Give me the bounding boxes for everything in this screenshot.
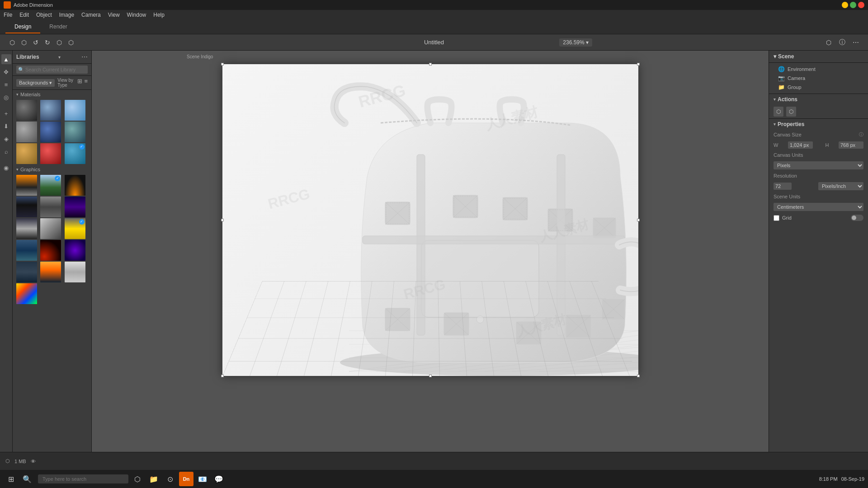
list-item[interactable] bbox=[40, 143, 61, 164]
maximize-button[interactable] bbox=[850, 2, 856, 8]
properties-header[interactable]: ▾ Properties bbox=[769, 119, 868, 130]
list-item[interactable] bbox=[65, 240, 85, 261]
zoom-control[interactable]: 236.59% ▾ bbox=[559, 38, 592, 47]
grid-view-icon[interactable]: ⊞ bbox=[77, 78, 82, 88]
design-canvas[interactable]: RRCG 人人素材 RRCG 人人素材 RRCG 人人素材 bbox=[222, 64, 638, 376]
share-icon[interactable]: ⬡ bbox=[824, 38, 834, 47]
menu-edit[interactable]: Edit bbox=[19, 12, 29, 18]
handle-left[interactable] bbox=[221, 219, 224, 221]
move-tool[interactable]: ✥ bbox=[1, 67, 11, 77]
scene-collapse-icon[interactable]: ▾ bbox=[774, 53, 776, 60]
list-item[interactable] bbox=[16, 122, 37, 142]
list-item[interactable] bbox=[16, 218, 37, 239]
scene-units-select[interactable]: Centimeters Inches Millimeters Meters bbox=[774, 203, 863, 211]
handle-right[interactable] bbox=[637, 219, 640, 221]
eye-icon[interactable]: 👁 bbox=[31, 459, 36, 464]
list-item[interactable] bbox=[65, 218, 85, 239]
zoom-tool[interactable]: ⌕ bbox=[1, 146, 11, 156]
add-object-tool[interactable]: + bbox=[1, 108, 11, 118]
info-icon[interactable]: ⓘ bbox=[837, 38, 847, 47]
list-item[interactable] bbox=[65, 175, 85, 196]
height-input[interactable] bbox=[839, 141, 863, 149]
menu-file[interactable]: File bbox=[4, 12, 12, 18]
layers-icon[interactable]: ⬡ bbox=[5, 458, 10, 464]
menu-image[interactable]: Image bbox=[59, 12, 74, 18]
list-item[interactable] bbox=[16, 175, 37, 196]
start-button[interactable]: ⊞ bbox=[4, 472, 18, 486]
toolbar-icon-1[interactable]: ⬡ bbox=[7, 38, 17, 47]
handle-top-right[interactable] bbox=[637, 63, 640, 66]
handle-bottom[interactable] bbox=[429, 375, 432, 377]
paint-tool[interactable]: ◈ bbox=[1, 134, 11, 144]
list-item[interactable] bbox=[16, 262, 37, 282]
list-tool[interactable]: ≡ bbox=[1, 80, 11, 89]
snap-tool[interactable]: ◉ bbox=[1, 163, 11, 173]
grid-toggle[interactable] bbox=[851, 215, 863, 221]
list-item[interactable] bbox=[40, 175, 61, 196]
minimize-button[interactable] bbox=[842, 2, 848, 8]
canvas-area[interactable]: Scene Indigo RRCG 人人素材 RRCG 人人素材 RRCG 人人… bbox=[92, 51, 769, 452]
handle-top-left[interactable] bbox=[221, 63, 224, 66]
list-item[interactable] bbox=[40, 240, 61, 261]
list-item[interactable] bbox=[16, 143, 37, 164]
materials-section-header[interactable]: ▾ Materials bbox=[13, 90, 91, 99]
list-item[interactable] bbox=[16, 197, 37, 217]
chrome-button[interactable]: ⊙ bbox=[163, 472, 177, 486]
list-view-icon[interactable]: ≡ bbox=[84, 78, 88, 88]
scene-item-environment[interactable]: 🌐 Environment bbox=[769, 65, 868, 74]
resolution-unit-select[interactable]: Pixels/Inch Pixels/Centimeter bbox=[818, 182, 863, 190]
camera-orbit-tool[interactable]: ◎ bbox=[1, 92, 11, 102]
list-item[interactable] bbox=[40, 197, 61, 217]
menu-object[interactable]: Object bbox=[36, 12, 52, 18]
menu-help[interactable]: Help bbox=[153, 12, 165, 18]
list-item[interactable] bbox=[16, 283, 37, 304]
toolbar-icon-6[interactable]: ⬡ bbox=[66, 38, 76, 47]
menu-window[interactable]: Window bbox=[127, 12, 146, 18]
app-icon-2[interactable]: 📧 bbox=[195, 472, 210, 486]
list-item[interactable] bbox=[40, 218, 61, 239]
more-icon[interactable]: ⋯ bbox=[851, 38, 861, 47]
libraries-more[interactable]: ⋯ bbox=[81, 53, 88, 61]
scene-item-camera[interactable]: 📷 Camera bbox=[769, 74, 868, 83]
canvas-size-info[interactable]: ⓘ bbox=[859, 131, 863, 138]
list-item[interactable] bbox=[65, 122, 85, 142]
select-tool[interactable]: ▲ bbox=[1, 54, 11, 64]
list-item[interactable] bbox=[40, 262, 61, 282]
toolbar-icon-3[interactable]: ↺ bbox=[31, 38, 41, 47]
menu-view[interactable]: View bbox=[108, 12, 120, 18]
scene-item-group[interactable]: 📁 Group bbox=[769, 83, 868, 92]
handle-bottom-left[interactable] bbox=[221, 375, 224, 377]
import-tool[interactable]: ⬇ bbox=[1, 121, 11, 131]
app-icon-3[interactable]: 💬 bbox=[212, 472, 226, 486]
taskbar-search-input[interactable] bbox=[38, 474, 128, 483]
handle-top[interactable] bbox=[429, 63, 432, 66]
list-item[interactable] bbox=[65, 197, 85, 217]
adobe-button[interactable]: Dn bbox=[179, 472, 193, 486]
width-input[interactable] bbox=[788, 141, 813, 149]
list-item[interactable] bbox=[65, 143, 85, 164]
list-item[interactable] bbox=[40, 100, 61, 121]
list-item[interactable] bbox=[65, 100, 85, 121]
canvas-units-select[interactable]: Pixels Inches Centimeters Millimeters bbox=[774, 161, 863, 169]
grid-checkbox[interactable] bbox=[774, 215, 779, 221]
list-item[interactable] bbox=[40, 122, 61, 142]
close-button[interactable] bbox=[858, 2, 864, 8]
search-button[interactable]: 🔍 bbox=[20, 472, 34, 486]
action-save-btn[interactable]: ⬡ bbox=[774, 107, 783, 117]
lib-filter-button[interactable]: Backgrounds ▾ bbox=[16, 79, 55, 87]
list-item[interactable] bbox=[65, 262, 85, 282]
toolbar-icon-4[interactable]: ↻ bbox=[42, 38, 52, 47]
task-view-button[interactable]: ⬡ bbox=[130, 472, 145, 486]
toolbar-icon-2[interactable]: ⬡ bbox=[19, 38, 29, 47]
graphics-section-header[interactable]: ▾ Graphics bbox=[13, 165, 91, 174]
handle-bottom-right[interactable] bbox=[637, 375, 640, 377]
resolution-input[interactable] bbox=[774, 183, 792, 190]
menu-camera[interactable]: Camera bbox=[81, 12, 101, 18]
explorer-button[interactable]: 📁 bbox=[146, 472, 161, 486]
list-item[interactable] bbox=[16, 100, 37, 121]
toolbar-icon-5[interactable]: ⬡ bbox=[54, 38, 64, 47]
tab-render[interactable]: Render bbox=[40, 21, 76, 33]
actions-header[interactable]: ▾ Actions bbox=[769, 94, 868, 105]
list-item[interactable] bbox=[16, 240, 37, 261]
lib-search-input[interactable] bbox=[16, 66, 88, 74]
